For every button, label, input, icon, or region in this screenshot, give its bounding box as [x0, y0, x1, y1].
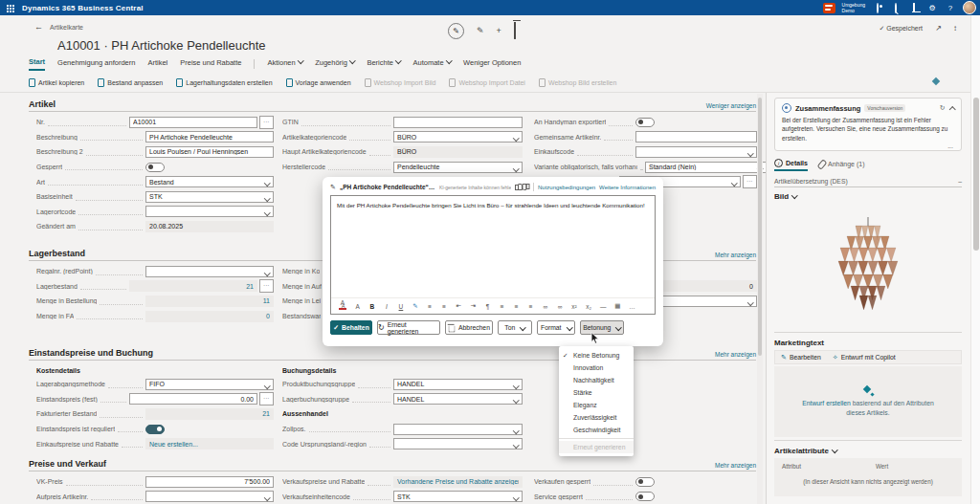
aufpreis-artikelnr-select[interactable] [145, 491, 274, 502]
breadcrumb[interactable]: Artikelkarte [50, 24, 83, 31]
regalnr-select[interactable] [145, 266, 274, 277]
font-grow-icon[interactable]: A [350, 303, 365, 310]
gtin-input[interactable] [393, 117, 523, 128]
assist-edit-button[interactable] [743, 175, 757, 188]
draft-with-copilot-button[interactable]: ✧Entwurf mit Copilot [833, 354, 896, 362]
search-icon[interactable] [890, 4, 902, 12]
lagerbuchungsgruppe-select[interactable]: HANDEL [393, 393, 523, 405]
verkaufen-gesperrt-toggle[interactable] [635, 477, 655, 487]
menu-automate[interactable]: Automate [412, 58, 451, 70]
tone-dropdown-button[interactable]: Ton [498, 320, 532, 335]
settings-gear-icon[interactable]: ⚙ [926, 4, 938, 12]
format-dropdown-button[interactable]: Format [537, 320, 575, 335]
align-center-icon[interactable]: ≡ [509, 303, 523, 310]
user-avatar[interactable] [963, 1, 976, 14]
assist-edit-button[interactable] [259, 279, 274, 293]
tab-preise-und-rabatte[interactable]: Preise und Rabatte [180, 58, 241, 70]
section-title[interactable]: Preise und Verkauf [29, 459, 106, 469]
verkaufspreise-link-field[interactable]: Vorhandene Preise und Rabatte anzeigen..… [393, 476, 523, 488]
menu-weniger-optionen[interactable]: Weniger Optionen [463, 58, 521, 70]
resize-icon[interactable]: ↕ [953, 24, 957, 33]
horizontal-rule-icon[interactable]: — [596, 303, 611, 310]
menu-item-keine-betonung[interactable]: Keine Betonung [559, 349, 634, 362]
bullet-list-icon[interactable]: ≡ [423, 303, 437, 310]
menu-zugehoerig[interactable]: Zugehörig [315, 58, 354, 70]
entwurf-erstellen-link[interactable]: Entwurf erstellen [802, 400, 851, 406]
show-more-link[interactable]: Mehr anzeigen [715, 351, 756, 358]
highlight-icon[interactable]: ✎ [408, 302, 422, 310]
bold-icon[interactable]: B [365, 303, 379, 310]
more-tools-icon[interactable]: … [625, 303, 639, 310]
item-picture[interactable] [774, 205, 962, 329]
indent-icon[interactable]: ⇥ [466, 302, 480, 310]
verkaufseinheitencode-select[interactable]: STK [393, 491, 523, 502]
font-color-icon[interactable]: A [339, 298, 346, 310]
menu-item-geschwindigkeit[interactable]: Geschwindigkeit [559, 424, 634, 436]
action-bestand-anpassen[interactable]: Bestand anpassen [98, 78, 163, 87]
an-handyman-exportiert-toggle[interactable] [635, 118, 655, 127]
herstellercode-select[interactable]: Pendelleuchte [393, 162, 523, 173]
app-title[interactable]: Dynamics 365 Business Central [22, 4, 144, 12]
edit-list-icon[interactable]: ✎ [477, 26, 484, 35]
assist-edit-button[interactable] [259, 116, 274, 129]
tab-start[interactable]: Start [29, 57, 45, 71]
menu-berichte[interactable]: Berichte [367, 58, 400, 70]
align-right-icon[interactable]: ≡ [523, 303, 538, 310]
nr-input[interactable]: A10001 [129, 117, 257, 128]
tab-artikel[interactable]: Artikel [147, 58, 167, 70]
popout-icon[interactable]: ↗ [935, 24, 942, 33]
artikelkategoriencode-select[interactable]: BÜRO [393, 131, 523, 142]
copilot-icon[interactable] [872, 4, 883, 12]
personalize-sparkle-icon[interactable] [932, 77, 940, 85]
menu-item-staerke[interactable]: Stärke [559, 386, 634, 399]
cancel-button[interactable]: Abbrechen [445, 320, 493, 335]
menu-item-nachhaltigkeit[interactable]: Nachhaltigkeit [559, 374, 634, 386]
thumbs-down-icon[interactable] [524, 184, 530, 190]
menu-item-eleganz[interactable]: Eleganz [559, 399, 634, 411]
refresh-icon[interactable]: ↻ [940, 104, 946, 112]
terms-link[interactable]: Nutzungsbedingungen [538, 185, 595, 190]
assist-edit-button[interactable] [259, 392, 274, 405]
app-launcher-icon[interactable] [7, 5, 9, 7]
section-title[interactable]: Artikel [29, 99, 56, 109]
variante-obligatorisch-select[interactable]: Standard (Nein) [645, 162, 767, 173]
gemeinsame-artikelnr-input[interactable] [635, 131, 757, 142]
artikeluebersetzung-row[interactable]: Artikelübersetzung (DES) – [774, 172, 962, 187]
service-gesperrt-toggle[interactable] [635, 492, 655, 501]
underline-icon[interactable]: U [393, 303, 408, 310]
keep-button[interactable]: ✓Behalten [330, 320, 372, 335]
thumbs-up-icon[interactable] [515, 184, 521, 190]
regenerate-button[interactable]: ↻Erneut generieren [377, 320, 440, 335]
menu-aktionen[interactable]: Aktionen [267, 58, 302, 70]
tab-genehmigung-anfordern[interactable]: Genehmigung anfordern [57, 58, 135, 70]
gesperrt-toggle[interactable] [145, 163, 165, 172]
scrollbar-thumb[interactable] [973, 98, 979, 251]
link-icon[interactable]: ∞ [538, 303, 552, 310]
menu-item-zuverlaessigkeit[interactable]: Zuverlässigkeit [559, 411, 634, 424]
new-item-icon[interactable]: + [497, 26, 501, 35]
zollpos-select[interactable] [393, 424, 523, 435]
help-icon[interactable]: ? [945, 4, 956, 12]
art-select[interactable]: Bestand [145, 176, 274, 187]
delete-icon[interactable] [514, 22, 516, 39]
paragraph-icon[interactable]: ¶ [480, 303, 495, 310]
fakturierter-bestand-field[interactable]: 21 [145, 408, 274, 420]
show-more-link[interactable]: Mehr anzeigen [715, 252, 756, 258]
edit-mode-button[interactable]: ✎ [448, 23, 464, 39]
italic-icon[interactable]: I [379, 303, 393, 310]
superscript-icon[interactable]: x² [568, 303, 582, 310]
chevron-up-icon[interactable] [949, 106, 955, 112]
lagerbestand-field[interactable]: 21 [129, 280, 257, 292]
marketing-text-editor[interactable]: Mit der PH Artichoke Pendelleuchte bring… [330, 195, 656, 315]
menge-in-fa-field[interactable]: 0 [145, 311, 274, 322]
show-more-link[interactable]: Mehr anzeigen [715, 462, 756, 469]
generated-text[interactable]: Mit der PH Artichoke Pendelleuchte bring… [331, 196, 655, 214]
tab-anhaenge[interactable]: Anhänge (1) [819, 160, 865, 171]
subscript-icon[interactable]: x₂ [582, 303, 596, 310]
produktbuchungsgruppe-select[interactable]: HANDEL [393, 379, 523, 390]
einkaufspreise-link-field[interactable]: Neue erstellen... [145, 438, 274, 449]
edit-marketing-button[interactable]: ✎Bearbeiten [781, 354, 821, 362]
back-arrow-icon[interactable]: ← [34, 22, 43, 32]
bild-section-header[interactable]: Bild [774, 187, 962, 205]
outdent-icon[interactable]: ⇤ [452, 302, 466, 310]
